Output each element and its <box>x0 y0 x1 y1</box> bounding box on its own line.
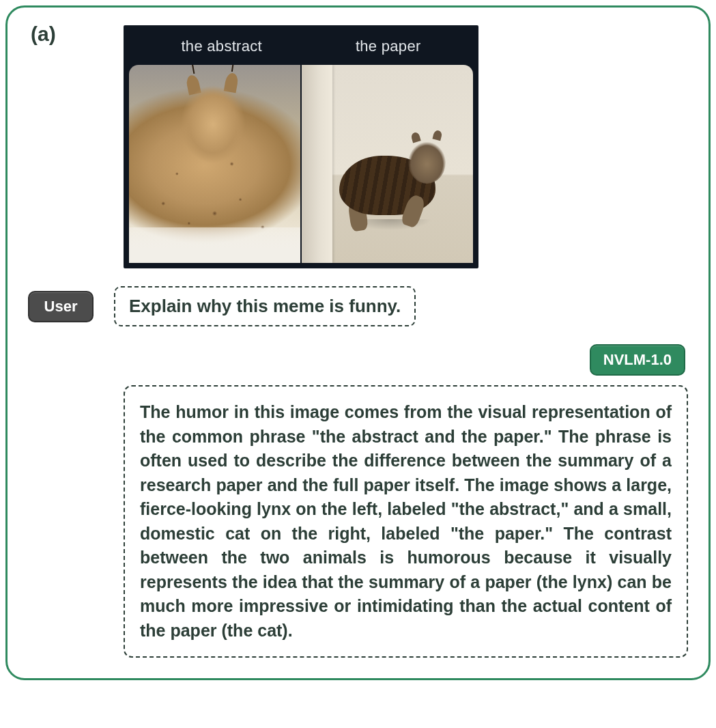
meme-image-abstract <box>129 65 300 263</box>
user-badge: User <box>28 291 94 322</box>
model-badge: NVLM-1.0 <box>590 344 685 376</box>
user-prompt: Explain why this meme is funny. <box>114 286 416 326</box>
meme-image-paper <box>302 65 473 263</box>
meme-images <box>129 65 473 263</box>
meme-label-left: the abstract <box>181 38 262 55</box>
meme-labels: the abstract the paper <box>129 33 473 65</box>
model-row: NVLM-1.0 <box>28 344 688 376</box>
meme-label-right: the paper <box>356 38 421 55</box>
meme: the abstract the paper <box>124 25 478 268</box>
example-panel: (a) the abstract the paper <box>5 5 711 680</box>
model-response: The humor in this image comes from the v… <box>124 385 688 658</box>
panel-tag: (a) <box>31 23 56 46</box>
meme-container: the abstract the paper <box>124 25 688 268</box>
user-row: User Explain why this meme is funny. <box>28 286 688 326</box>
